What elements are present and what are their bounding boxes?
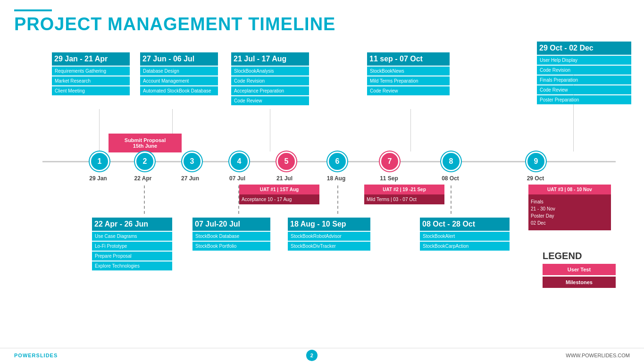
milestone-2: 2 bbox=[135, 152, 155, 171]
milestone-9: 9 bbox=[526, 152, 546, 171]
bp3-item-1: StockBookRobotAdvisor bbox=[288, 232, 370, 241]
dashed-3 bbox=[337, 185, 338, 214]
milestone-5-date: 21 Jul bbox=[270, 175, 299, 182]
page-title: PROJECT MANAGEMENT TIMELINE bbox=[14, 14, 630, 34]
title-part2: TIMELINE bbox=[248, 14, 335, 34]
legend-milestones: Milestones bbox=[543, 277, 616, 288]
uat-2-box: UAT #2 | 19 -21 Sep Mild Terms | 03 - 07… bbox=[364, 185, 444, 204]
phase-1-box: 29 Jan - 21 Apr Requirements Gathering M… bbox=[52, 52, 130, 95]
phase-3-header: 21 Jul - 17 Aug bbox=[231, 52, 309, 66]
uat-3-label: UAT #3 | 08 - 10 Nov bbox=[528, 185, 611, 194]
dashed-1 bbox=[144, 185, 145, 214]
milestone-4: 4 bbox=[229, 152, 249, 171]
uat-3-box: UAT #3 | 08 - 10 Nov Finals21 - 30 NovPo… bbox=[528, 185, 611, 230]
phase-2-item-3: Automated StockBook Database bbox=[140, 86, 218, 95]
milestone-1: 1 bbox=[90, 152, 109, 171]
phase-4-item-2: Mild Terms Preparation bbox=[367, 76, 450, 85]
title-part1: PROJECT MANAGEMENT bbox=[14, 14, 243, 34]
phase-5-item-1: User Help Display bbox=[537, 56, 631, 65]
uat-2-label: UAT #2 | 19 -21 Sep bbox=[364, 185, 444, 194]
phase-1-item-1: Requirements Gathering bbox=[52, 67, 130, 76]
phase-4-item-3: Code Review bbox=[367, 86, 450, 95]
phase-3-item-3: Acceplance Preparation bbox=[231, 86, 309, 95]
milestone-1-date: 29 Jan bbox=[84, 175, 112, 182]
milestone-3-date: 27 Jun bbox=[176, 175, 204, 182]
submit-proposal-box: Submit Proposal 15th June bbox=[109, 134, 182, 152]
uat-3-sub: Finals21 - 30 NovPoster Day02 Dec bbox=[528, 194, 611, 230]
milestone-6: 6 bbox=[327, 152, 347, 171]
bp3-item-2: StockBookDivTracker bbox=[288, 242, 370, 251]
milestone-7-date: 11 Sep bbox=[374, 175, 404, 182]
bottom-phase-3: 18 Aug - 10 Sep StockBookRobotAdvisor St… bbox=[288, 218, 370, 251]
bp1-item-3: Prepare Proposal bbox=[92, 252, 172, 261]
phase-3-box: 21 Jul - 17 Aug SlockBookAnalysis Code R… bbox=[231, 52, 309, 105]
milestone-5: 5 bbox=[276, 152, 296, 171]
bp1-item-1: Use Case Diagrams bbox=[92, 232, 172, 241]
phase-1-header: 29 Jan - 21 Apr bbox=[52, 52, 130, 66]
phase-4-item-1: StockBookNews bbox=[367, 67, 450, 76]
bp4-item-2: StockBookCarpAction bbox=[420, 242, 510, 251]
dashed-4 bbox=[451, 185, 452, 214]
uat-2-sub: Mild Terms | 03 - 07 Oct bbox=[364, 194, 444, 204]
phase-4-header: 11 sep - 07 Oct bbox=[367, 52, 450, 66]
milestone-7: 7 bbox=[380, 152, 400, 171]
footer: POWERSLIDES 2 WWW.POWERLIDES.COM bbox=[0, 348, 644, 362]
bottom-phase-1-header: 22 Apr - 26 Jun bbox=[92, 218, 172, 231]
phase-2-item-2: Account Management bbox=[140, 76, 218, 85]
phase-5-box: 29 Oct - 02 Dec User Help Display Code R… bbox=[537, 42, 631, 104]
bottom-phase-2-header: 07 Jul-20 Jul bbox=[192, 218, 270, 231]
bottom-phase-1: 22 Apr - 26 Jun Use Case Diagrams Lo-Fi … bbox=[92, 218, 172, 270]
bp1-item-4: Explore Technologies bbox=[92, 261, 172, 270]
phase-3-item-4: Code Review bbox=[231, 96, 309, 105]
phase-1-item-3: Client Meeting bbox=[52, 86, 130, 95]
slide: PROJECT MANAGEMENT TIMELINE 29 Jan - 21 … bbox=[0, 0, 644, 362]
connector-3 bbox=[270, 109, 270, 152]
phase-3-item-1: SlockBookAnalysis bbox=[231, 67, 309, 76]
phase-5-item-2: Code Revision bbox=[537, 66, 631, 75]
milestone-8-date: 08 Oct bbox=[435, 175, 466, 182]
bp1-item-2: Lo-Fi Prototype bbox=[92, 242, 172, 251]
bp4-item-1: StockBookAlert bbox=[420, 232, 510, 241]
legend-title: LEGEND bbox=[543, 251, 616, 261]
dashed-2 bbox=[238, 185, 239, 214]
connector-4 bbox=[410, 109, 411, 152]
bp2-item-1: StockBook Database bbox=[192, 232, 270, 241]
uat-1-label: UAT #1 | 1ST Aug bbox=[239, 185, 319, 194]
bp2-item-2: StockBook Portfolio bbox=[192, 242, 270, 251]
phase-2-header: 27 Jun - 06 Jul bbox=[140, 52, 218, 66]
footer-page-number: 2 bbox=[306, 350, 318, 361]
footer-brand: POWERSLIDES bbox=[14, 353, 58, 358]
bottom-phase-4: 08 Oct - 28 Oct StockBookAlert StockBook… bbox=[420, 218, 510, 251]
submit-proposal-label: Submit Proposal 15th June bbox=[109, 134, 182, 152]
milestone-6-date: 18 Aug bbox=[321, 175, 351, 182]
bottom-phase-4-header: 08 Oct - 28 Oct bbox=[420, 218, 510, 231]
uat-1-sub: Acceptance 10 - 17 Aug bbox=[239, 194, 319, 204]
phase-5-item-5: Poster Preparation bbox=[537, 95, 631, 104]
phase-5-item-3: Finals Preparation bbox=[537, 76, 631, 84]
bottom-phase-2: 07 Jul-20 Jul StockBook Database StockBo… bbox=[192, 218, 270, 251]
timeline-area: 29 Jan - 21 Apr Requirements Gathering M… bbox=[14, 39, 630, 313]
phase-3-item-2: Code Revision bbox=[231, 76, 309, 85]
phase-5-header: 29 Oct - 02 Dec bbox=[537, 42, 631, 55]
milestone-3: 3 bbox=[182, 152, 202, 171]
footer-website: WWW.POWERLIDES.COM bbox=[566, 353, 630, 358]
milestone-8: 8 bbox=[441, 152, 461, 171]
bottom-phase-3-header: 18 Aug - 10 Sep bbox=[288, 218, 370, 231]
milestone-2-date: 22 Apr bbox=[129, 175, 157, 182]
milestone-9-date: 29 Oct bbox=[519, 175, 552, 182]
header-accent-bar bbox=[14, 9, 52, 11]
phase-1-item-2: Market Research bbox=[52, 76, 130, 85]
milestone-4-date: 07 Jul bbox=[223, 175, 251, 182]
connector-1 bbox=[99, 109, 100, 152]
phase-2-box: 27 Jun - 06 Jul Database Design Account … bbox=[140, 52, 218, 95]
phase-4-box: 11 sep - 07 Oct StockBookNews Mild Terms… bbox=[367, 52, 450, 95]
legend: LEGEND User Test Milestones bbox=[543, 251, 616, 289]
phase-2-item-1: Database Design bbox=[140, 67, 218, 76]
legend-user-test: User Test bbox=[543, 264, 616, 275]
uat-1-box: UAT #1 | 1ST Aug Acceptance 10 - 17 Aug bbox=[239, 185, 319, 204]
phase-5-item-4: Code Review bbox=[537, 85, 631, 94]
